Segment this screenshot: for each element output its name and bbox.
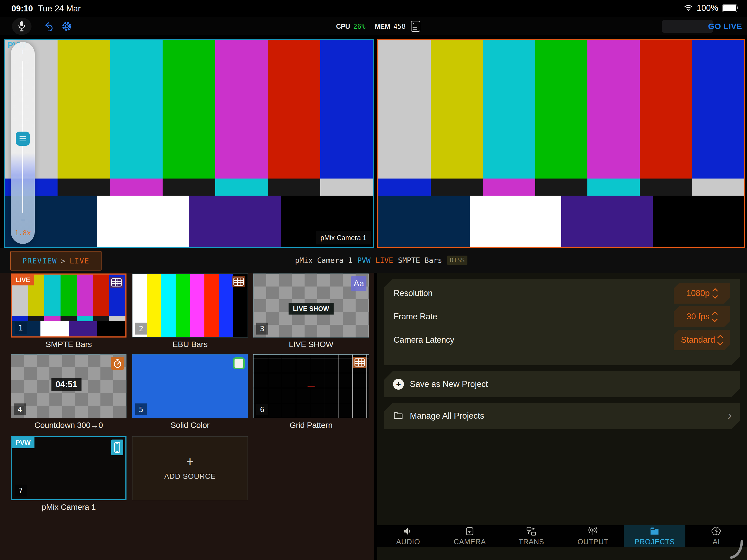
undo-icon: [44, 21, 54, 31]
source-label: EBU Bars: [132, 340, 248, 349]
resolution-select[interactable]: 1080p: [674, 283, 730, 303]
projects-folder-icon: [649, 526, 660, 536]
source-number: 2: [135, 323, 147, 335]
status-source: pMix Camera 1: [295, 256, 352, 265]
microphone-icon: [18, 21, 26, 32]
chevron-updown-icon: [718, 336, 722, 345]
source-tile-countdown[interactable]: 04:51 4 Countdown 300→0: [11, 354, 127, 430]
clock-time: 09:10: [11, 4, 33, 14]
source-number: 3: [256, 323, 268, 335]
stream-title-field[interactable]: [662, 20, 713, 33]
frame-rate-value: 30 fps: [687, 312, 709, 321]
settings-button[interactable]: [59, 17, 75, 35]
plus-circle-icon: +: [393, 379, 404, 390]
source-number: 7: [15, 485, 27, 497]
mixer-status-line: pMix Camera 1 PVW LIVE SMPTE Bars DISS: [295, 248, 467, 273]
live-label: LIVE: [70, 257, 89, 265]
undo-button[interactable]: [41, 17, 57, 35]
source-tile-grid-pattern[interactable]: 6 Grid Pattern: [253, 354, 369, 430]
ai-brain-icon: [711, 526, 722, 536]
zoom-slider-handle[interactable]: [16, 132, 30, 146]
tab-trans[interactable]: TRANS: [500, 525, 562, 547]
camera-latency-select[interactable]: Standard: [674, 330, 730, 350]
camera-viewfinder-icon: [464, 526, 475, 536]
frame-rate-select[interactable]: 30 fps: [674, 306, 730, 327]
program-video: [378, 40, 744, 247]
countdown-value: 04:51: [51, 378, 81, 391]
status-transition-badge[interactable]: DISS: [447, 256, 467, 265]
add-source-tile[interactable]: + ADD SOURCE: [132, 436, 248, 500]
save-as-new-project-button[interactable]: + Save as New Project: [384, 371, 740, 397]
source-label: SMPTE Bars: [11, 340, 127, 349]
smpte-top-bars: [5, 40, 373, 179]
source-tile-solid-color[interactable]: 5 Solid Color: [132, 354, 248, 430]
app-root: 09:10 Tue 24 Mar 100%: [0, 0, 747, 560]
status-program: SMPTE Bars: [398, 256, 442, 265]
gear-icon: [61, 21, 72, 32]
microphone-button[interactable]: [12, 18, 31, 35]
source-tile-pmix-camera[interactable]: PVW 7 pMix Camera 1: [11, 436, 127, 512]
source-label: pMix Camera 1: [11, 503, 127, 512]
source-tile-live-show[interactable]: Aa LIVE SHOW 3 LIVE SHOW: [253, 273, 369, 349]
tab-camera[interactable]: CAMERA: [439, 525, 500, 547]
source-number: 4: [14, 403, 26, 416]
projects-panel: Resolution 1080p Frame Rate 30 fps Camer…: [377, 273, 747, 560]
frame-rate-label: Frame Rate: [393, 312, 437, 321]
broadcast-icon: [587, 526, 598, 536]
source-label: LIVE SHOW: [253, 340, 369, 349]
tab-audio[interactable]: AUDIO: [377, 525, 439, 547]
pvw-badge: PVW: [12, 437, 34, 448]
zoom-in-label: +: [11, 48, 35, 57]
source-number: 6: [256, 403, 268, 416]
source-tile-smpte-bars[interactable]: LIVE 1 SMPTE Bars: [11, 273, 127, 349]
source-tile-ebu-bars[interactable]: 2 EBU Bars: [132, 273, 248, 349]
arrow-label: >: [61, 257, 66, 265]
tab-projects[interactable]: PROJECTS: [624, 525, 686, 547]
save-label: Save as New Project: [410, 379, 488, 389]
source-grid: LIVE 1 SMPTE Bars 2 EBU Bars Aa LIVE SHO…: [0, 273, 374, 560]
add-source-label: ADD SOURCE: [164, 472, 216, 481]
preview-video: [5, 40, 373, 247]
source-label: Grid Pattern: [253, 421, 369, 430]
transition-strip: PREVIEW > LIVE pMix Camera 1 PVW LIVE SM…: [0, 248, 747, 273]
chevron-updown-icon: [713, 289, 717, 298]
mem-label: MEM: [375, 23, 390, 30]
project-settings-card: Resolution 1080p Frame Rate 30 fps Camer…: [384, 279, 740, 365]
test-pattern-icon: [232, 276, 246, 287]
battery-icon: [722, 4, 737, 12]
smpte-middle-bars: [5, 179, 373, 196]
preview-to-live-button[interactable]: PREVIEW > LIVE: [10, 251, 102, 270]
plus-icon: +: [186, 456, 194, 467]
speaker-icon: [403, 526, 414, 536]
program-monitor[interactable]: [377, 39, 745, 248]
camera-zoom-slider[interactable]: + – 1.8x: [11, 42, 35, 244]
text-source-icon: Aa: [351, 276, 366, 291]
system-stats: CPU 26% MEM 458 ♥: [336, 17, 420, 35]
color-swatch-icon: [233, 357, 245, 369]
text-overlay: LIVE SHOW: [288, 303, 334, 315]
phone-camera-icon: [111, 439, 123, 455]
stopwatch-icon: [111, 357, 124, 370]
app-toolbar: CPU 26% MEM 458 ♥ GO LIVE: [0, 17, 747, 35]
live-badge: LIVE: [12, 274, 34, 286]
preview-label: PREVIEW: [22, 257, 57, 265]
log-icon[interactable]: ♥: [411, 21, 420, 32]
chevron-updown-icon: [713, 312, 717, 321]
cpu-value: 26%: [353, 23, 365, 30]
mem-value: 458: [393, 23, 406, 30]
cpu-label: CPU: [336, 23, 350, 30]
wifi-icon: [684, 4, 693, 12]
manage-all-projects-button[interactable]: Manage All Projects ›: [384, 403, 740, 429]
source-label: Countdown 300→0: [11, 421, 127, 430]
zoom-out-label: –: [11, 215, 35, 224]
camera-latency-value: Standard: [681, 335, 715, 345]
status-bar: 09:10 Tue 24 Mar 100%: [0, 0, 747, 17]
test-pattern-icon: [110, 277, 123, 288]
source-number: 1: [15, 322, 27, 334]
center-marker: [308, 386, 315, 387]
go-live-button[interactable]: GO LIVE: [706, 17, 744, 35]
preview-monitor[interactable]: PVW + – 1.8x pMix Camera 1: [4, 39, 374, 248]
zoom-level-value: 1.8x: [11, 229, 35, 237]
tab-output[interactable]: OUTPUT: [562, 525, 624, 547]
smpte-top-bars: [378, 40, 744, 179]
